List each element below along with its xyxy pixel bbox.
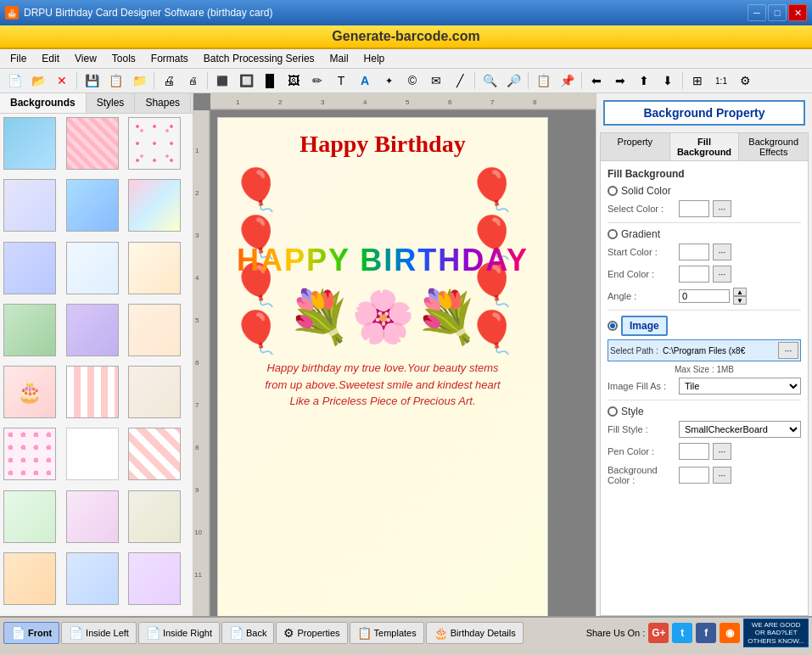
bg-thumb-6[interactable] (128, 179, 181, 232)
bg-thumb-2[interactable] (66, 117, 119, 170)
save-button[interactable]: 💾 (81, 70, 103, 91)
menu-tools[interactable]: Tools (105, 51, 143, 66)
tab-birthday-details[interactable]: 🎂 Birthday Details (426, 622, 524, 644)
bg-thumb-7[interactable] (3, 242, 56, 294)
tab-back[interactable]: 📄 Back (221, 622, 274, 644)
close-button[interactable]: ✕ (788, 4, 807, 21)
bg-thumb-19[interactable] (3, 490, 56, 543)
tab-property[interactable]: Property (601, 133, 670, 160)
bg-thumb-13[interactable]: 🎂 (3, 366, 56, 418)
zoom-in-button[interactable]: 🔍 (479, 70, 501, 91)
tab-shapes[interactable]: Shapes (135, 93, 191, 113)
tab-backgrounds[interactable]: Backgrounds (0, 93, 87, 113)
wordart-button[interactable]: A (354, 70, 376, 91)
grid-button[interactable]: ⊞ (686, 70, 708, 91)
new-button[interactable]: 📄 (3, 70, 25, 91)
bg-thumb-24[interactable] (128, 552, 181, 605)
paste-button[interactable]: 📌 (556, 70, 578, 91)
delete-button[interactable]: ✕ (51, 70, 73, 91)
bg-color-box[interactable] (679, 467, 709, 484)
bg-thumb-11[interactable] (66, 304, 119, 356)
bg-thumb-20[interactable] (66, 490, 119, 543)
image-fill-select[interactable]: Tile Stretch Center Auto (679, 378, 801, 395)
minimize-button[interactable]: ─ (748, 4, 766, 21)
frame-button[interactable]: 🔲 (235, 70, 257, 91)
bg-color-picker-btn[interactable]: ··· (713, 467, 731, 484)
bg-thumb-12[interactable] (128, 304, 181, 356)
pen-color-picker-btn[interactable]: ··· (713, 443, 731, 460)
bg-thumb-23[interactable] (66, 552, 119, 605)
clipart-button[interactable]: ✦ (378, 70, 400, 91)
align-bottom-button[interactable]: ⬇ (657, 70, 679, 91)
tab-styles[interactable]: Styles (87, 93, 136, 113)
bg-thumb-10[interactable] (3, 304, 56, 356)
pen-color-box[interactable] (679, 443, 709, 460)
bg-thumb-18[interactable] (128, 428, 181, 480)
angle-down-btn[interactable]: ▼ (733, 296, 747, 305)
tab-properties[interactable]: ⚙ Properties (276, 622, 347, 644)
angle-input[interactable] (679, 289, 730, 303)
bg-thumb-5[interactable] (66, 179, 119, 232)
bg-thumb-22[interactable] (3, 552, 56, 605)
menu-view[interactable]: View (68, 51, 104, 66)
style-radio[interactable] (608, 406, 618, 417)
bg-thumb-8[interactable] (66, 242, 119, 294)
ratio-button[interactable]: 1:1 (710, 70, 732, 91)
twitter-icon[interactable]: t (672, 623, 692, 643)
print-preview-button[interactable]: 🖨 (182, 70, 204, 91)
bg-thumb-15[interactable] (128, 366, 181, 418)
settings-button[interactable]: ⚙ (734, 70, 756, 91)
menu-formats[interactable]: Formats (144, 51, 195, 66)
fill-style-select[interactable]: SmallCheckerBoard LargeCheckerBoard Diag… (679, 421, 801, 438)
bg-thumb-17[interactable] (66, 428, 119, 480)
path-input[interactable] (663, 346, 776, 355)
bg-thumb-1[interactable] (3, 117, 56, 170)
align-left-button[interactable]: ⬅ (585, 70, 608, 91)
copy-button[interactable]: 📋 (532, 70, 554, 91)
tab-templates[interactable]: 📋 Templates (350, 622, 424, 644)
bg-thumb-3[interactable] (128, 117, 181, 170)
start-color-picker-btn[interactable]: ··· (713, 244, 731, 260)
shapes-button[interactable]: ⬛ (211, 70, 233, 91)
solid-color-box[interactable] (679, 200, 709, 217)
image-button[interactable]: 🖼 (283, 70, 305, 91)
save-as-button[interactable]: 📋 (104, 70, 126, 91)
tab-inside-right[interactable]: 📄 Inside Right (138, 622, 220, 644)
google-plus-icon[interactable]: G+ (648, 623, 669, 643)
image-radio[interactable] (608, 321, 618, 331)
folder-button[interactable]: 📁 (128, 70, 150, 91)
print-button[interactable]: 🖨 (158, 70, 180, 91)
bg-thumb-16[interactable] (3, 428, 56, 480)
solid-color-radio[interactable] (608, 186, 618, 196)
menu-mail[interactable]: Mail (323, 51, 356, 66)
gradient-radio[interactable] (608, 229, 618, 239)
symbol-button[interactable]: © (401, 70, 423, 91)
pencil-button[interactable]: ✏ (306, 70, 328, 91)
bg-thumb-9[interactable] (128, 242, 181, 294)
email-button[interactable]: ✉ (425, 70, 447, 91)
menu-help[interactable]: Help (357, 51, 392, 66)
align-right-button[interactable]: ➡ (609, 70, 631, 91)
facebook-icon[interactable]: f (696, 623, 716, 643)
end-color-picker-btn[interactable]: ··· (713, 266, 731, 283)
browse-button[interactable]: ··· (778, 342, 798, 359)
solid-color-picker-btn[interactable]: ··· (713, 200, 731, 217)
bg-thumb-4[interactable] (3, 179, 56, 232)
menu-edit[interactable]: Edit (35, 51, 66, 66)
angle-up-btn[interactable]: ▲ (733, 288, 747, 296)
start-color-box[interactable] (679, 244, 709, 260)
bg-thumb-21[interactable] (128, 490, 181, 543)
end-color-box[interactable] (679, 266, 709, 283)
zoom-out-button[interactable]: 🔎 (502, 70, 524, 91)
rss-icon[interactable]: ◉ (720, 623, 740, 643)
menu-batch[interactable]: Batch Processing Series (197, 51, 322, 66)
image-label-btn[interactable]: Image (621, 316, 668, 336)
text-button[interactable]: T (330, 70, 352, 91)
tab-fill-background[interactable]: Fill Background (670, 133, 740, 160)
barcode-button[interactable]: ▐▌ (259, 70, 281, 91)
menu-file[interactable]: File (3, 51, 33, 66)
tab-inside-left[interactable]: 📄 Inside Left (61, 622, 137, 644)
open-button[interactable]: 📂 (27, 70, 49, 91)
maximize-button[interactable]: □ (768, 4, 787, 21)
align-top-button[interactable]: ⬆ (633, 70, 655, 91)
